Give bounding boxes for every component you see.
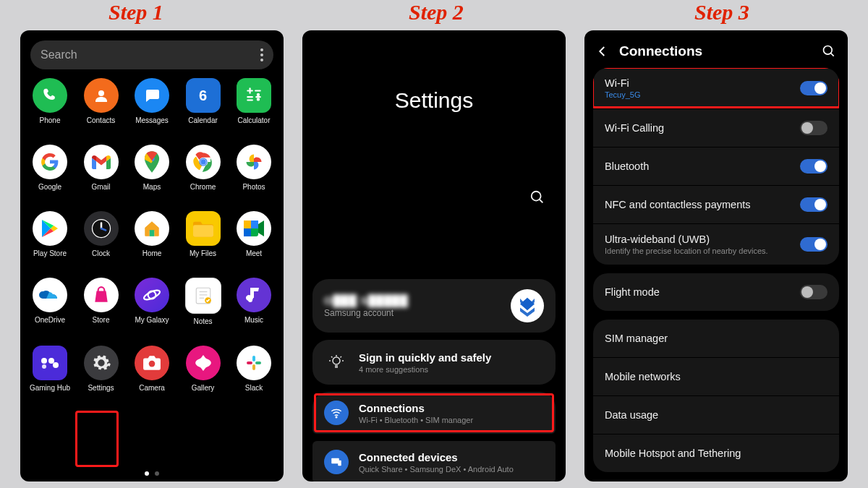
data-usage-row[interactable]: Data usage — [593, 395, 839, 434]
flight-mode-row[interactable]: Flight mode — [593, 273, 839, 311]
svg-point-7 — [258, 94, 259, 95]
svg-rect-38 — [255, 361, 261, 364]
connections-title: Connections — [619, 43, 812, 59]
calendar-icon: 6 — [186, 78, 221, 113]
app-photos[interactable]: Photos — [231, 145, 276, 191]
search-icon[interactable] — [822, 44, 836, 59]
hotspot-row[interactable]: Mobile Hotspot and Tethering — [593, 434, 839, 472]
notes-icon — [185, 278, 221, 314]
settings-title: Settings — [302, 88, 566, 113]
page-indicator — [20, 471, 284, 476]
app-camera[interactable]: Camera — [129, 346, 174, 392]
phone-settings-root: Settings O███ S█████ Samsung account Sig… — [302, 30, 566, 481]
back-icon[interactable] — [596, 45, 609, 58]
app-chrome[interactable]: Chrome — [181, 145, 226, 191]
lightbulb-icon — [324, 350, 349, 374]
account-name: O███ S█████ — [324, 294, 501, 307]
app-google[interactable]: Google — [27, 145, 72, 191]
app-settings[interactable]: Settings — [79, 346, 124, 392]
google-icon — [33, 145, 67, 179]
svg-line-50 — [341, 356, 342, 358]
phone-connections-screen: Connections Wi-FiTecuy_5G Wi-Fi Calling … — [584, 30, 848, 481]
uwb-toggle[interactable] — [800, 237, 827, 252]
app-gaminghub[interactable]: Gaming Hub — [27, 346, 72, 392]
devices-icon — [324, 450, 349, 474]
svg-rect-20 — [244, 221, 251, 228]
app-meet[interactable]: Meet — [231, 211, 276, 257]
svg-point-0 — [98, 90, 104, 96]
playstore-icon — [33, 211, 67, 246]
step-3-label: Step 3 — [694, 0, 749, 25]
step-2-label: Step 2 — [409, 0, 464, 25]
connected-devices-row[interactable]: Connected devices Quick Share • Samsung … — [312, 441, 556, 481]
account-avatar — [511, 289, 544, 322]
app-phone[interactable]: Phone — [27, 78, 72, 124]
gaminghub-icon — [33, 346, 67, 380]
finder-search-bar[interactable]: Search — [30, 40, 273, 69]
wifi-calling-row[interactable]: Wi-Fi Calling — [593, 108, 839, 147]
app-mygalaxy[interactable]: My Galaxy — [129, 278, 174, 325]
nfc-toggle[interactable] — [800, 197, 827, 212]
nfc-row[interactable]: NFC and contactless payments — [593, 185, 839, 223]
svg-rect-31 — [252, 288, 254, 298]
app-myfiles[interactable]: My Files — [181, 211, 226, 257]
app-notes[interactable]: Notes — [181, 278, 226, 325]
svg-line-57 — [831, 53, 834, 56]
wifi-calling-toggle[interactable] — [800, 121, 827, 135]
app-gmail[interactable]: Gmail — [79, 145, 124, 191]
svg-rect-37 — [252, 356, 255, 361]
svg-rect-18 — [193, 225, 213, 236]
calculator-icon — [237, 78, 271, 113]
connections-row[interactable]: Connections Wi-Fi • Bluetooth • SIM mana… — [312, 392, 556, 434]
highlight-settings — [75, 411, 119, 467]
app-playstore[interactable]: Play Store — [27, 211, 72, 257]
app-gallery[interactable]: Gallery — [181, 346, 226, 392]
app-slack[interactable]: Slack — [231, 346, 276, 392]
svg-rect-21 — [251, 221, 258, 228]
app-messages[interactable]: Messages — [129, 78, 174, 124]
app-music[interactable]: Music — [231, 278, 276, 325]
contacts-icon — [84, 78, 119, 113]
chrome-icon — [186, 145, 221, 179]
gallery-icon — [186, 346, 221, 380]
more-options-icon[interactable] — [260, 48, 263, 61]
svg-rect-40 — [247, 361, 252, 364]
meet-icon — [237, 211, 271, 246]
uwb-row[interactable]: Ultra-wideband (UWB)Identify the precise… — [593, 223, 839, 265]
messages-icon — [135, 78, 169, 113]
app-home[interactable]: Home — [129, 211, 174, 257]
maps-icon — [135, 145, 169, 179]
app-calculator[interactable]: Calculator — [231, 78, 276, 124]
store-icon — [84, 278, 119, 312]
photos-icon — [237, 145, 271, 179]
svg-rect-52 — [331, 458, 339, 464]
app-store[interactable]: Store — [79, 278, 124, 325]
app-contacts[interactable]: Contacts — [79, 78, 124, 124]
signin-suggestion-card[interactable]: Sign in quickly and safely 4 more sugges… — [312, 340, 556, 385]
app-clock[interactable]: Clock — [79, 211, 124, 257]
phone-home-screen: Search Phone Contacts Messages 6Calendar… — [20, 30, 284, 481]
phone-icon — [33, 78, 67, 113]
app-maps[interactable]: Maps — [129, 145, 174, 191]
settings-icon — [84, 346, 119, 380]
svg-point-8 — [258, 98, 259, 100]
bluetooth-row[interactable]: Bluetooth — [593, 147, 839, 185]
mobile-networks-row[interactable]: Mobile networks — [593, 357, 839, 395]
samsung-account-card[interactable]: O███ S█████ Samsung account — [312, 279, 556, 333]
app-calendar[interactable]: 6Calendar — [181, 78, 226, 124]
svg-line-42 — [540, 200, 543, 203]
step-1-label: Step 1 — [109, 0, 163, 25]
sim-manager-row[interactable]: SIM manager — [593, 320, 839, 357]
account-sub: Samsung account — [324, 308, 501, 318]
svg-point-30 — [248, 298, 252, 302]
search-icon[interactable] — [529, 189, 545, 205]
svg-rect-17 — [150, 230, 155, 236]
flight-mode-toggle[interactable] — [800, 285, 827, 299]
svg-point-32 — [41, 358, 47, 364]
svg-point-41 — [532, 192, 541, 201]
myfiles-icon — [186, 211, 221, 246]
app-onedrive[interactable]: OneDrive — [27, 278, 72, 325]
mygalaxy-icon — [135, 278, 169, 312]
highlight-wifi — [593, 68, 839, 108]
bluetooth-toggle[interactable] — [800, 159, 827, 174]
